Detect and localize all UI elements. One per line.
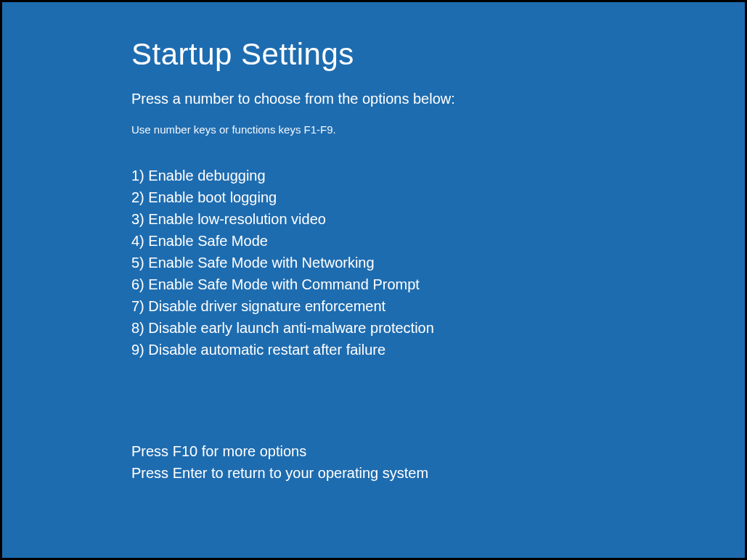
option-disable-automatic-restart[interactable]: 9) Disable automatic restart after failu… (131, 339, 745, 361)
options-list: 1) Enable debugging 2) Enable boot loggi… (131, 165, 745, 361)
instruction-text: Press a number to choose from the option… (131, 91, 745, 107)
more-options-hint: Press F10 for more options (131, 440, 745, 462)
option-enable-boot-logging[interactable]: 2) Enable boot logging (131, 186, 745, 208)
page-title: Startup Settings (131, 37, 745, 72)
option-enable-low-resolution-video[interactable]: 3) Enable low-resolution video (131, 208, 745, 230)
subinstruction-text: Use number keys or functions keys F1-F9. (131, 123, 745, 136)
startup-settings-screen: Startup Settings Press a number to choos… (2, 2, 745, 484)
option-enable-safe-mode-command-prompt[interactable]: 6) Enable Safe Mode with Command Prompt (131, 273, 745, 295)
option-enable-safe-mode[interactable]: 4) Enable Safe Mode (131, 230, 745, 252)
return-hint: Press Enter to return to your operating … (131, 462, 745, 484)
option-disable-early-launch-anti-malware[interactable]: 8) Disable early launch anti-malware pro… (131, 317, 745, 339)
footer-instructions: Press F10 for more options Press Enter t… (131, 440, 745, 484)
option-enable-debugging[interactable]: 1) Enable debugging (131, 165, 745, 186)
option-disable-driver-signature-enforcement[interactable]: 7) Disable driver signature enforcement (131, 295, 745, 317)
option-enable-safe-mode-networking[interactable]: 5) Enable Safe Mode with Networking (131, 252, 745, 273)
